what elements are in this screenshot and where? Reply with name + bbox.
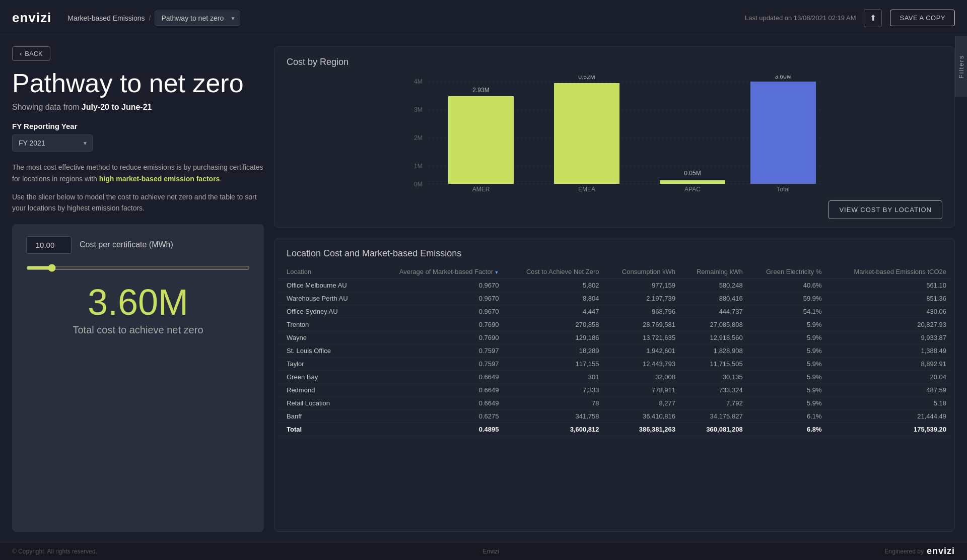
col-location[interactable]: Location — [279, 265, 370, 279]
cell-cost: 341,758 — [503, 410, 603, 423]
chart-bar-total — [750, 82, 816, 184]
table-row: St. Louis Office0.759718,2891,942,6011,8… — [279, 344, 950, 358]
breadcrumb-dropdown-wrapper[interactable]: Pathway to net zero — [155, 11, 240, 26]
svg-text:2M: 2M — [414, 134, 423, 142]
cell-cost: 3,600,812 — [503, 423, 603, 436]
cell-green_pct: 5.9% — [747, 358, 826, 371]
cell-emissions: 8,892.91 — [826, 358, 950, 371]
cell-green_pct: 5.9% — [747, 384, 826, 397]
cell-emissions: 175,539.20 — [826, 423, 950, 436]
table-row: Wayne0.7690129,18613,721,63512,918,5605.… — [279, 331, 950, 344]
col-cost[interactable]: Cost to Achieve Net Zero — [503, 265, 603, 279]
cell-emissions: 561.10 — [826, 279, 950, 292]
col-emissions[interactable]: Market-based Emissions tCO2e — [826, 265, 950, 279]
cell-location: Banff — [279, 410, 370, 423]
fy-select[interactable]: FY 2021 — [12, 134, 93, 152]
table-row: Warehouse Perth AU0.96708,8042,197,73988… — [279, 292, 950, 305]
description-text: The most cost effective method to reduce… — [12, 162, 264, 184]
fy-select-wrapper[interactable]: FY 2021 — [12, 134, 264, 152]
table-wrapper[interactable]: Location Average of Market-based Factor … — [274, 265, 954, 531]
side-filter-tab[interactable]: Filters — [955, 36, 967, 97]
table-row: Office Melbourne AU0.96705,802977,159580… — [279, 279, 950, 292]
back-label: BACK — [25, 50, 42, 57]
cell-remaining: 880,416 — [679, 292, 747, 305]
cell-emissions: 20.04 — [826, 371, 950, 384]
cell-consumption: 32,008 — [603, 371, 679, 384]
table-row: Trenton0.7690270,85828,769,58127,085,808… — [279, 318, 950, 331]
cell-avg_factor: 0.6275 — [370, 410, 503, 423]
table-section: Location Cost and Market-based Emissions… — [274, 238, 955, 532]
breadcrumb-dropdown[interactable]: Pathway to net zero — [155, 11, 240, 26]
footer-center: Envizi — [97, 548, 885, 555]
cell-cost: 4,447 — [503, 305, 603, 318]
cell-location: Green Bay — [279, 371, 370, 384]
cell-emissions: 487.59 — [826, 384, 950, 397]
fy-reporting-label: FY Reporting Year — [12, 122, 264, 130]
svg-text:3M: 3M — [414, 106, 423, 113]
data-range: Showing data from July-20 to June-21 — [12, 103, 264, 112]
save-copy-button[interactable]: SAVE A COPY — [890, 10, 955, 26]
svg-text:0.62M: 0.62M — [578, 76, 595, 81]
cell-cost: 129,186 — [503, 331, 603, 344]
back-button[interactable]: ‹ BACK — [12, 46, 50, 61]
cell-green_pct: 6.1% — [747, 410, 826, 423]
svg-text:1M: 1M — [414, 163, 423, 170]
cell-cost: 8,804 — [503, 292, 603, 305]
cell-consumption: 36,410,816 — [603, 410, 679, 423]
chart-bar-amer — [448, 96, 514, 184]
cell-location: Total — [279, 423, 370, 436]
breadcrumb-market: Market-based Emissions — [67, 14, 145, 22]
slider-controls: Cost per certificate (MWh) — [26, 236, 250, 254]
cell-remaining: 1,828,908 — [679, 344, 747, 358]
table-title: Location Cost and Market-based Emissions — [274, 248, 954, 259]
cell-avg_factor: 0.7597 — [370, 358, 503, 371]
cell-avg_factor: 0.6649 — [370, 397, 503, 410]
chart-bar-apac — [660, 180, 725, 184]
app-logo: envizi — [12, 10, 51, 26]
left-panel: ‹ BACK Pathway to net zero Showing data … — [12, 46, 264, 532]
cell-green_pct: 54.1% — [747, 305, 826, 318]
cell-location: Retail Location — [279, 397, 370, 410]
cell-green_pct: 5.9% — [747, 397, 826, 410]
view-cost-by-location-button[interactable]: VIEW COST BY LOCATION — [828, 200, 942, 219]
footer-copyright: © Copyright. All rights reserved. — [12, 548, 97, 555]
cell-emissions: 20,827.93 — [826, 318, 950, 331]
slider-panel: Cost per certificate (MWh) 3.60M Total c… — [12, 224, 264, 532]
cell-cost: 7,333 — [503, 384, 603, 397]
cell-remaining: 444,737 — [679, 305, 747, 318]
breadcrumb: Market-based Emissions / Pathway to net … — [67, 11, 240, 26]
cost-input[interactable] — [26, 236, 72, 254]
cell-consumption: 13,721,635 — [603, 331, 679, 344]
cell-location: Warehouse Perth AU — [279, 292, 370, 305]
cell-location: Office Melbourne AU — [279, 279, 370, 292]
export-button[interactable]: ⬆ — [864, 9, 882, 27]
table-row: Office Sydney AU0.96704,447968,796444,73… — [279, 305, 950, 318]
cost-slider[interactable] — [26, 264, 250, 272]
col-avg-factor[interactable]: Average of Market-based Factor — [370, 265, 503, 279]
col-consumption[interactable]: Consumption kWh — [603, 265, 679, 279]
svg-text:Total: Total — [777, 186, 789, 193]
data-range-prefix: Showing data from — [12, 103, 82, 111]
cell-green_pct: 5.9% — [747, 344, 826, 358]
col-green-pct[interactable]: Green Electricity % — [747, 265, 826, 279]
cell-location: Redmond — [279, 384, 370, 397]
main-content: ‹ BACK Pathway to net zero Showing data … — [0, 36, 967, 542]
col-remaining[interactable]: Remaining kWh — [679, 265, 747, 279]
cell-consumption: 977,159 — [603, 279, 679, 292]
topbar: envizi Market-based Emissions / Pathway … — [0, 0, 967, 36]
table-row: Taylor0.7597117,15512,443,79311,715,5055… — [279, 358, 950, 371]
cell-consumption: 386,381,263 — [603, 423, 679, 436]
table-row: Green Bay0.664930132,00830,1355.9%20.04 — [279, 371, 950, 384]
svg-text:3.60M: 3.60M — [775, 76, 791, 80]
table-header-row: Location Average of Market-based Factor … — [279, 265, 950, 279]
cell-emissions: 9,933.87 — [826, 331, 950, 344]
cell-consumption: 968,796 — [603, 305, 679, 318]
cell-avg_factor: 0.7690 — [370, 331, 503, 344]
cell-remaining: 30,135 — [679, 371, 747, 384]
cell-avg_factor: 0.9670 — [370, 279, 503, 292]
cell-cost: 301 — [503, 371, 603, 384]
table-row: Banff0.6275341,75836,410,81634,175,8276.… — [279, 410, 950, 423]
cell-avg_factor: 0.4895 — [370, 423, 503, 436]
cell-cost: 18,289 — [503, 344, 603, 358]
cell-cost: 5,802 — [503, 279, 603, 292]
